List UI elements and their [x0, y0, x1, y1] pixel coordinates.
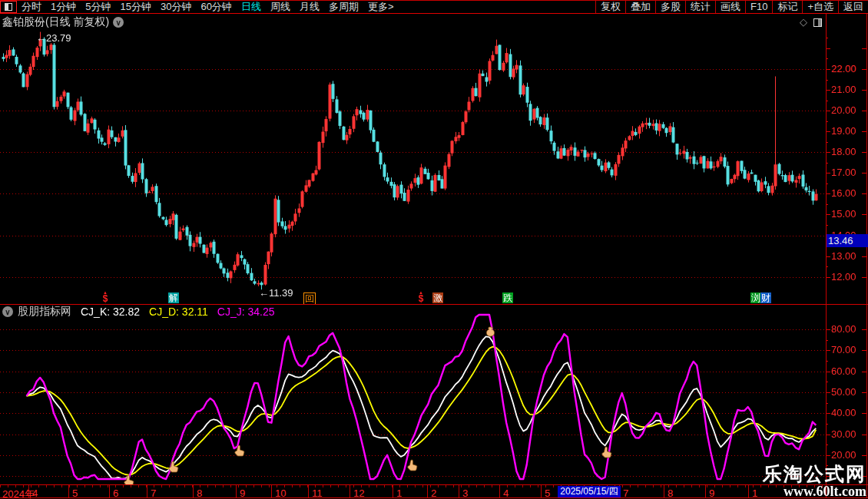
stock-title: 鑫铂股份(日线 前复权): [2, 15, 109, 29]
toolbar-item-画线[interactable]: 画线: [715, 1, 745, 13]
month-divider: [350, 485, 350, 498]
right-edge-line: [866, 14, 867, 498]
buy-hand-icon: [123, 474, 135, 484]
month-divider: [271, 485, 272, 498]
toolbar-item-+自选[interactable]: +自选: [802, 1, 838, 13]
tools-menu: 复权叠加多股统计画线F10标记+自选返回: [595, 1, 868, 13]
indicator-axis-label: 30.00: [831, 428, 866, 440]
toolbar-item-1分钟[interactable]: 1分钟: [46, 1, 81, 13]
month-divider: [427, 485, 428, 498]
panel-separator-line: [0, 304, 868, 305]
toolbar-item-5分钟[interactable]: 5分钟: [81, 1, 115, 13]
signal-dollar-icon: ▲$: [416, 290, 426, 303]
month-divider: [459, 485, 459, 498]
event-badge-浏: 浏: [750, 292, 761, 303]
toolbar-item-多周期[interactable]: 多周期: [324, 1, 363, 13]
buy-hand-icon: [406, 459, 419, 475]
toolbar-item-15分钟[interactable]: 15分钟: [115, 1, 155, 13]
month-divider: [705, 485, 706, 498]
candlestick-canvas[interactable]: [0, 31, 827, 306]
month-divider: [236, 485, 237, 498]
bottom-border-line: [0, 497, 868, 498]
panel-toggle-icon[interactable]: [813, 18, 822, 27]
moneybag-icon: [485, 326, 495, 340]
toolbar-item-60分钟[interactable]: 60分钟: [196, 1, 236, 13]
toolbar-item-返回[interactable]: 返回: [838, 1, 868, 13]
x-axis: 2024年 2025/05/15/四 456789101112123457891: [0, 484, 868, 498]
toolbar-item-复权[interactable]: 复权: [595, 1, 625, 13]
toolbar-item-统计[interactable]: 统计: [685, 1, 715, 13]
watermark-site-name: 乐淘公式网: [763, 463, 866, 484]
menubar: 分时1分钟5分钟15分钟30分钟60分钟日线周线月线多周期更多> 复权叠加多股统…: [0, 0, 868, 14]
event-badge-激: 激: [432, 292, 443, 303]
layout-icon: [5, 3, 12, 11]
month-divider: [193, 485, 194, 498]
month-divider: [664, 485, 664, 498]
toolbar-item-更多>[interactable]: 更多>: [363, 1, 399, 13]
toolbar-item-周线[interactable]: 周线: [266, 1, 295, 13]
month-divider: [109, 485, 110, 498]
chevron-down-icon[interactable]: ∨: [113, 17, 124, 28]
toolbar-item-标记[interactable]: 标记: [772, 1, 802, 13]
toolbar-item-月线[interactable]: 月线: [295, 1, 324, 13]
x-axis-minor-ticks: [0, 485, 826, 487]
last-price-box: 13.46: [827, 234, 868, 247]
app-window: 分时1分钟5分钟15分钟30分钟60分钟日线周线月线多周期更多> 复权叠加多股统…: [0, 0, 868, 499]
diamond-icon[interactable]: ◇: [800, 16, 807, 28]
month-divider: [748, 485, 749, 498]
month-divider: [393, 485, 393, 498]
month-divider: [499, 485, 500, 498]
buy-hand-icon: [167, 461, 180, 477]
toolbar-item-叠加[interactable]: 叠加: [625, 1, 655, 13]
month-divider: [308, 485, 309, 498]
buy-hand-icon: [601, 446, 613, 462]
month-divider: [541, 485, 542, 498]
buy-hand-icon: [234, 444, 246, 461]
window-layout-button[interactable]: [0, 1, 17, 13]
high-annotation: ←23.79: [36, 32, 71, 44]
month-divider: [147, 485, 147, 498]
month-divider: [68, 485, 69, 498]
watermark-url: www.60lt.com: [763, 484, 866, 499]
watermark: 乐淘公式网 www.60lt.com: [763, 463, 866, 499]
toolbar-item-分时[interactable]: 分时: [17, 1, 46, 13]
event-badge-解: 解: [168, 292, 179, 303]
signal-dollar-icon: ▲$: [100, 290, 111, 303]
event-badge-回: 回: [303, 292, 316, 305]
event-badge-跌: 跌: [502, 292, 513, 303]
signal-icon-layer: [0, 306, 827, 484]
toolbar-item-30分钟[interactable]: 30分钟: [156, 1, 196, 13]
period-menu: 分时1分钟5分钟15分钟30分钟60分钟日线周线月线多周期更多>: [17, 1, 398, 13]
toolbar-item-多股[interactable]: 多股: [655, 1, 685, 13]
low-annotation: ←11.39: [259, 287, 293, 299]
toolbar-item-日线[interactable]: 日线: [237, 1, 266, 13]
event-badge-财: 财: [760, 292, 771, 303]
toolbar-item-F10[interactable]: F10: [745, 1, 772, 13]
titlebar: 鑫铂股份(日线 前复权) ∨ ◇: [0, 14, 868, 31]
selected-date-box: 2025/05/15/四: [558, 486, 621, 497]
